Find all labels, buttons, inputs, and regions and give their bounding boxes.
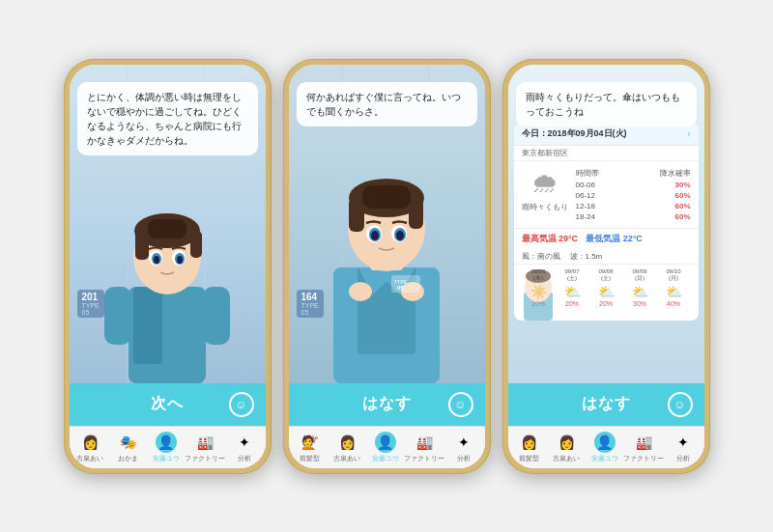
- speech-bubble-3: 雨時々くもりだって。傘はいつももっておこうね: [516, 82, 697, 126]
- forecast-day-4: 09/10 (月) ⛅ 40%: [666, 268, 682, 307]
- nav-label-3-4: 分析: [676, 454, 690, 463]
- nav-icon-1-4: ✦: [234, 432, 255, 453]
- nav-item-3-1[interactable]: 👩 古泉あい: [548, 432, 586, 463]
- nav-item-3-0[interactable]: 👩 前髪型: [510, 432, 548, 463]
- forecast-day-1: 09/07 (土) ⛅ 20%: [564, 268, 581, 307]
- nav-label-1-3: ファクトリー: [185, 454, 225, 463]
- nav-icon-1-1: 🎭: [117, 432, 138, 453]
- wind-text: 風：南の風: [522, 251, 560, 262]
- nav-icon-3-3: 🏭: [633, 432, 654, 453]
- weather-main: 🌧 雨時々くもり 時間帯 降水確率 00-06 30%: [514, 161, 699, 228]
- svg-rect-17: [104, 287, 131, 345]
- nav-label-2-4: 分析: [457, 454, 471, 463]
- nav-label-3-0: 前髪型: [519, 454, 539, 463]
- pct-4: 60%: [674, 212, 690, 221]
- nav-item-2-4[interactable]: ✦ 分析: [444, 432, 482, 463]
- svg-rect-18: [203, 287, 230, 345]
- weather-condition: 雨時々くもり: [522, 202, 568, 212]
- forecast-date-2: 09/08 (土): [598, 268, 613, 283]
- action-btn-1[interactable]: 次へ: [151, 394, 184, 414]
- nav-item-1-1[interactable]: 🎭 おかま: [109, 432, 147, 463]
- weather-row-1: 00-06 30%: [576, 180, 691, 190]
- nav-item-1-3[interactable]: 🏭 ファクトリー: [185, 432, 225, 463]
- time-4: 18-24: [576, 212, 595, 221]
- time-2: 06-12: [576, 191, 595, 200]
- msg-icon-1[interactable]: ☺: [229, 392, 254, 417]
- forecast-icon-2: ⛅: [598, 284, 615, 299]
- nav-item-3-4[interactable]: ✦ 分析: [664, 432, 701, 463]
- nav-label-2-1: 古泉あい: [333, 454, 360, 463]
- speech-text-2: 何かあればすぐ僕に言ってね。いつでも聞くからさ。: [306, 92, 461, 117]
- nav-label-1-2: 安藤ユウ: [153, 454, 180, 463]
- nav-icon-1-2: 👤: [156, 432, 177, 453]
- svg-rect-30: [362, 185, 411, 209]
- forecast-day-3: 09/09 (日) ⛅ 30%: [632, 268, 648, 307]
- action-bar-3[interactable]: はなす ☺: [508, 383, 704, 426]
- nav-item-2-3[interactable]: 🏭 ファクトリー: [404, 432, 444, 463]
- msg-icon-2[interactable]: ☺: [448, 392, 473, 417]
- svg-point-15: [154, 256, 159, 264]
- action-btn-3[interactable]: はなす: [582, 394, 631, 414]
- action-bar-2[interactable]: はなす ☺: [289, 383, 485, 426]
- svg-rect-10: [148, 219, 186, 238]
- cloud-rain-icon: 🌧: [531, 167, 558, 199]
- character-area-3: 雨時々くもりだって。傘はいつももっておこうね 今日：2018年09月04日(火)…: [508, 65, 704, 383]
- weather-times: 時間帯 降水確率 00-06 30% 06-12 60%: [576, 167, 691, 222]
- nav-label-2-2: 安藤ユウ: [372, 454, 399, 463]
- phone-3: 雨時々くもりだって。傘はいつももっておこうね 今日：2018年09月04日(火)…: [502, 59, 710, 474]
- pct-2: 60%: [674, 191, 690, 200]
- nav-icon-1-3: 🏭: [194, 432, 215, 453]
- nav-label-3-3: ファクトリー: [623, 454, 664, 463]
- svg-point-35: [371, 231, 379, 240]
- weather-row-4: 18-24 60%: [576, 211, 691, 222]
- weather-date: 今日：2018年09月04日(火): [522, 127, 627, 140]
- pct-3: 60%: [674, 202, 690, 210]
- phones-container: とにかく、体調が悪い時は無理をしないで穏やかに過ごしてね。ひどくなるようなら、ち…: [54, 49, 720, 484]
- bottom-nav-3: 👩 前髪型 👩 古泉あい 👤 安藤ユウ 🏭 ファクトリー: [508, 426, 704, 468]
- nav-icon-1-0: 👩: [79, 432, 100, 453]
- msg-icon-3[interactable]: ☺: [668, 392, 693, 417]
- svg-rect-4: [133, 287, 162, 364]
- nav-item-2-0[interactable]: 💇 前髪型: [291, 432, 329, 463]
- character-area-2: 何かあればすぐ僕に言ってね。いつでも聞くからさ。: [289, 65, 485, 383]
- pct-header: 降水確率: [660, 168, 691, 179]
- weather-arrow[interactable]: ›: [687, 128, 690, 139]
- speech-text-1: とにかく、体調が悪い時は無理をしないで穏やかに過ごしてね。ひどくなるようなら、ち…: [87, 92, 242, 146]
- bottom-nav-1: 👩 古泉あい 🎭 おかま 👤 安藤ユウ 🏭 ファクトリー: [70, 426, 266, 468]
- bottom-nav-2: 💇 前髪型 👩 古泉あい 👤 安藤ユウ 🏭 ファクトリー: [289, 426, 485, 468]
- weather-row-3: 12-18 60%: [576, 201, 691, 211]
- svg-rect-9: [190, 231, 202, 258]
- forecast-pct-4: 40%: [667, 300, 680, 307]
- char-badge-1: 201 TYPE 05: [77, 290, 104, 318]
- nav-item-1-2[interactable]: 👤 安藤ユウ: [147, 432, 185, 463]
- nav-icon-2-3: 🏭: [414, 432, 435, 453]
- time-0: 時間帯: [576, 168, 599, 179]
- nav-label-3-2: 安藤ユウ: [591, 454, 618, 463]
- forecast-day-2: 09/08 (土) ⛅ 20%: [598, 268, 615, 307]
- time-3: 12-18: [576, 202, 595, 210]
- nav-label-1-1: おかま: [118, 454, 138, 463]
- forecast-date-1: 09/07 (土): [564, 268, 579, 283]
- weather-row-0: 時間帯 降水確率: [576, 167, 691, 180]
- nav-label-2-3: ファクトリー: [404, 454, 444, 463]
- svg-point-36: [396, 231, 404, 240]
- forecast-pct-2: 20%: [599, 300, 613, 307]
- nav-item-1-4[interactable]: ✦ 分析: [225, 432, 263, 463]
- badge-type-num-1: 05: [82, 309, 90, 316]
- badge-num-1: 201: [82, 292, 99, 302]
- nav-item-3-2[interactable]: 👤 安藤ユウ: [586, 432, 623, 463]
- nav-item-2-2[interactable]: 👤 安藤ユウ: [366, 432, 404, 463]
- nav-label-2-0: 前髪型: [300, 454, 320, 463]
- nav-item-2-1[interactable]: 👩 古泉あい: [329, 432, 366, 463]
- nav-item-1-0[interactable]: 👩 古泉あい: [72, 432, 109, 463]
- action-btn-2[interactable]: はなす: [362, 394, 412, 414]
- badge-num-2: 164: [301, 292, 318, 302]
- nav-item-3-3[interactable]: 🏭 ファクトリー: [623, 432, 664, 463]
- char-badge-2: 164 TYPE 05: [297, 290, 324, 318]
- small-char-3: [514, 263, 562, 321]
- nav-icon-2-2: 👤: [375, 432, 396, 453]
- action-bar-1[interactable]: 次へ ☺: [70, 383, 266, 426]
- time-1: 00-06: [576, 181, 595, 189]
- nav-label-1-4: 分析: [238, 454, 251, 463]
- svg-text:05: 05: [397, 285, 404, 291]
